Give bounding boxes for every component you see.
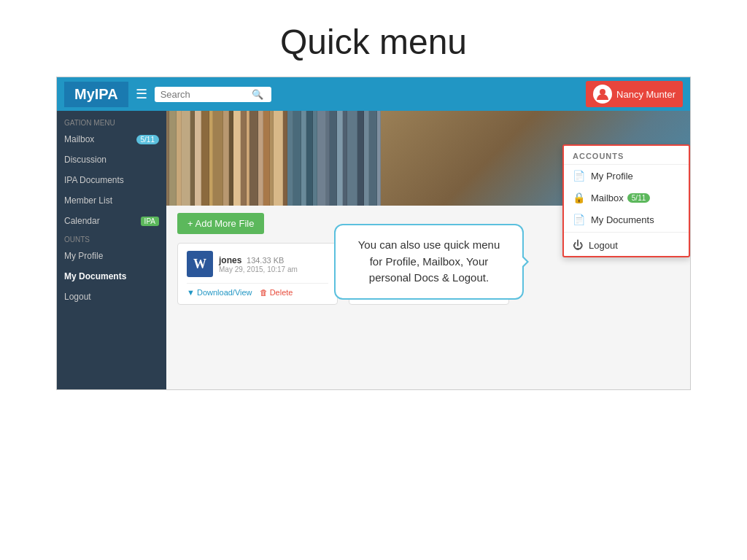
book-26 bbox=[317, 111, 326, 206]
navbar-brand: MyIPA bbox=[64, 82, 128, 107]
book-23 bbox=[301, 111, 306, 206]
book-33 bbox=[364, 111, 369, 206]
content-area: 1 doc 0 pp + Add More File W jones bbox=[166, 111, 690, 389]
book-35 bbox=[377, 111, 381, 206]
accounts-dropdown-title: ACCOUNTS bbox=[564, 146, 689, 165]
calendar-badge: IPA bbox=[141, 217, 159, 226]
sidebar-item-ipa-docs[interactable]: IPA Documents bbox=[57, 170, 166, 190]
book-21 bbox=[287, 111, 293, 206]
book-2 bbox=[169, 111, 177, 206]
book-17 bbox=[263, 111, 270, 206]
search-input[interactable] bbox=[160, 89, 252, 100]
delete-link-jones[interactable]: 🗑 Delete bbox=[260, 288, 293, 297]
page-title: Quick menu bbox=[0, 22, 747, 62]
book-19 bbox=[274, 111, 283, 206]
user-name: Nancy Munter bbox=[616, 89, 676, 100]
file-name-jones: jones 134.33 KB bbox=[219, 255, 298, 265]
file-card-header-jones: W jones 134.33 KB May 29, 2015, 10:17 am bbox=[187, 251, 328, 277]
accounts-mydocs-label: My Documents bbox=[591, 214, 654, 225]
sidebar-ipadocs-label: IPA Documents bbox=[64, 175, 124, 185]
search-bar[interactable]: 🔍 bbox=[155, 87, 271, 102]
sidebar-calendar-label: Calendar bbox=[64, 216, 100, 226]
add-file-button[interactable]: + Add More File bbox=[177, 213, 264, 234]
sidebar-discussion-label: Discussion bbox=[64, 155, 107, 165]
logout-power-icon: ⏻ bbox=[573, 239, 583, 251]
book-16 bbox=[258, 111, 263, 206]
mydocs-icon: 📄 bbox=[573, 214, 585, 225]
accounts-myprofile-label: My Profile bbox=[591, 171, 633, 182]
book-13 bbox=[241, 111, 247, 206]
mailbox-lock-icon: 🔒 bbox=[573, 192, 585, 203]
search-icon: 🔍 bbox=[252, 89, 263, 100]
accounts-section-label: ounts bbox=[57, 231, 166, 246]
book-3 bbox=[177, 111, 182, 206]
accounts-item-logout[interactable]: ⏻ Logout bbox=[564, 234, 689, 256]
accounts-item-myprofile[interactable]: 📄 My Profile bbox=[564, 165, 689, 187]
callout-text: You can also use quick menu for Profile,… bbox=[358, 238, 500, 284]
profile-icon: 📄 bbox=[573, 170, 585, 182]
mailbox-badge: 5/11 bbox=[136, 135, 159, 144]
book-32 bbox=[357, 111, 364, 206]
book-24 bbox=[306, 111, 313, 206]
accounts-dropdown: ACCOUNTS 📄 My Profile 🔒 Mailbox 5/11 📄 M… bbox=[562, 144, 690, 257]
sidebar-item-mailbox[interactable]: Mailbox 5/11 bbox=[57, 129, 166, 149]
word-icon: W bbox=[187, 251, 213, 277]
file-info-jones: jones 134.33 KB May 29, 2015, 10:17 am bbox=[219, 255, 298, 273]
sidebar-item-profile[interactable]: My Profile bbox=[57, 246, 166, 266]
sidebar-item-logout[interactable]: Logout bbox=[57, 287, 166, 307]
user-menu-button[interactable]: Nancy Munter bbox=[586, 81, 683, 107]
book-6 bbox=[195, 111, 201, 206]
book-28 bbox=[330, 111, 337, 206]
download-link-jones[interactable]: ▼ Download/View bbox=[187, 288, 252, 297]
sidebar-mailbox-label: Mailbox bbox=[64, 134, 94, 144]
sidebar: gation Menu Mailbox 5/11 Discussion IPA … bbox=[57, 111, 166, 389]
book-7 bbox=[201, 111, 209, 206]
sidebar-logout-label: Logout bbox=[64, 292, 91, 302]
sidebar-item-calendar[interactable]: Calendar IPA bbox=[57, 211, 166, 231]
sidebar-memberlist-label: Member List bbox=[64, 195, 112, 206]
hamburger-icon[interactable]: ☰ bbox=[136, 86, 147, 102]
navbar-right: Nancy Munter bbox=[586, 81, 683, 107]
file-card-jones: W jones 134.33 KB May 29, 2015, 10:17 am… bbox=[177, 243, 338, 305]
book-15 bbox=[249, 111, 258, 206]
accounts-logout-label: Logout bbox=[589, 240, 618, 251]
sidebar-item-member-list[interactable]: Member List bbox=[57, 190, 166, 211]
book-12 bbox=[233, 111, 241, 206]
book-4 bbox=[182, 111, 190, 206]
accounts-mailbox-badge: 5/11 bbox=[627, 193, 650, 203]
sidebar-item-discussion[interactable]: Discussion bbox=[57, 149, 166, 170]
app-wrapper: MyIPA ☰ 🔍 Nancy Munter bbox=[57, 77, 690, 389]
page-title-area: Quick menu bbox=[0, 0, 747, 77]
file-actions-jones: ▼ Download/View 🗑 Delete bbox=[187, 283, 328, 297]
accounts-item-mailbox[interactable]: 🔒 Mailbox 5/11 bbox=[564, 187, 689, 209]
main-area: gation Menu Mailbox 5/11 Discussion IPA … bbox=[57, 111, 690, 389]
sidebar-item-my-documents[interactable]: My Documents bbox=[57, 266, 166, 287]
nav-section-label: gation Menu bbox=[57, 114, 166, 129]
accounts-item-mydocs[interactable]: 📄 My Documents bbox=[564, 209, 689, 230]
accounts-mailbox-label: Mailbox bbox=[591, 192, 624, 203]
book-9 bbox=[213, 111, 223, 206]
book-10 bbox=[223, 111, 229, 206]
accounts-divider bbox=[564, 232, 689, 233]
screenshot-container: MyIPA ☰ 🔍 Nancy Munter bbox=[56, 77, 691, 390]
book-34 bbox=[369, 111, 377, 206]
navbar: MyIPA ☰ 🔍 Nancy Munter bbox=[57, 77, 690, 111]
sidebar-profile-label: My Profile bbox=[64, 251, 103, 261]
sidebar-mydocs-label: My Documents bbox=[64, 271, 126, 281]
file-date-jones: May 29, 2015, 10:17 am bbox=[219, 265, 298, 273]
svg-point-0 bbox=[600, 89, 605, 95]
callout-bubble: You can also use quick menu for Profile,… bbox=[334, 224, 524, 300]
book-31 bbox=[347, 111, 357, 206]
book-29 bbox=[337, 111, 343, 206]
user-avatar bbox=[593, 85, 612, 104]
book-22 bbox=[293, 111, 301, 206]
